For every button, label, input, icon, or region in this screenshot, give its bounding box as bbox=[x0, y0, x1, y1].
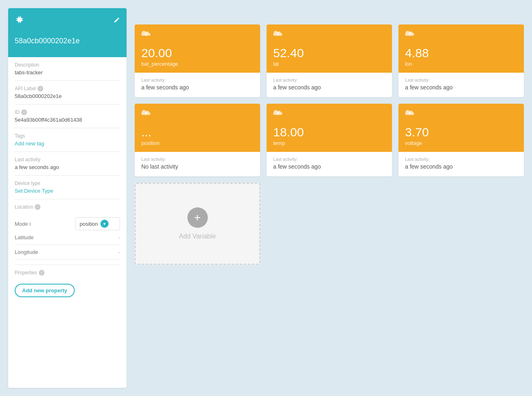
var-card-bottom-lat: Last activity: a few seconds ago bbox=[267, 73, 392, 97]
var-card-position[interactable]: ... position Last activity: No last acti… bbox=[135, 104, 260, 176]
last-activity-value: No last activity bbox=[141, 163, 254, 170]
var-name: voltage bbox=[405, 140, 517, 146]
var-value: 20.00 bbox=[141, 46, 254, 60]
tags-label: Tags bbox=[15, 133, 120, 139]
svg-rect-7 bbox=[22, 18, 23, 19]
latitude-value: - bbox=[118, 234, 120, 240]
add-property-button[interactable]: Add new property bbox=[15, 284, 75, 297]
device-id: 58a0cb0000202e1e bbox=[15, 37, 120, 45]
add-tag-link[interactable]: Add new tag bbox=[15, 140, 120, 147]
latitude-label: Latitude bbox=[15, 234, 33, 240]
var-name: lat bbox=[273, 61, 385, 67]
edit-icon[interactable] bbox=[114, 17, 120, 25]
longitude-row: Longitude - bbox=[15, 245, 120, 260]
var-value: 4.88 bbox=[405, 46, 517, 60]
last-activity-label: Last activity: bbox=[273, 78, 385, 82]
last-activity-value: a few seconds ago bbox=[273, 84, 385, 91]
svg-rect-6 bbox=[16, 20, 18, 21]
var-card-lat[interactable]: 52.40 lat Last activity: a few seconds a… bbox=[267, 24, 392, 97]
api-label-field: API Label i 58a0cb0000202e1e bbox=[15, 81, 120, 105]
svg-rect-0 bbox=[18, 18, 22, 22]
id-info-icon[interactable]: i bbox=[21, 109, 27, 115]
location-info-icon[interactable]: i bbox=[35, 204, 40, 210]
sidebar-header-top bbox=[15, 15, 120, 27]
device-chip-icon bbox=[15, 15, 24, 27]
cloud-upload-icon bbox=[273, 109, 385, 122]
description-label: Description bbox=[15, 62, 120, 68]
var-value: 3.70 bbox=[405, 125, 517, 139]
var-card-top-lon: 4.88 lon bbox=[398, 24, 524, 73]
api-label-label: API Label i bbox=[15, 86, 120, 91]
id-value: 5e4a93b00ff4c361a0d61438 bbox=[15, 117, 120, 123]
api-label-value: 58a0cb0000202e1e bbox=[15, 93, 120, 99]
latitude-row: Latitude - bbox=[15, 230, 120, 245]
var-name: bat_percentage bbox=[141, 61, 254, 67]
last-activity-label: Last activity: bbox=[405, 157, 517, 162]
set-device-type-link[interactable]: Set Device Type bbox=[15, 188, 120, 194]
var-value: 52.40 bbox=[273, 46, 385, 60]
device-type-field: Device type Set Device Type bbox=[15, 176, 120, 199]
svg-rect-1 bbox=[18, 16, 19, 18]
mode-select-value: position bbox=[80, 221, 98, 227]
sidebar: 58a0cb0000202e1e Description tabs-tracke… bbox=[8, 8, 127, 388]
var-card-top-position: ... position bbox=[135, 104, 260, 152]
cards-grid-row1: 20.00 bat_percentage Last activity: a fe… bbox=[135, 24, 524, 265]
id-label: ID i bbox=[15, 109, 120, 115]
id-field: ID i 5e4a93b00ff4c361a0d61438 bbox=[15, 105, 120, 128]
cloud-upload-icon bbox=[141, 109, 254, 122]
mode-select[interactable]: position ▾ bbox=[75, 217, 120, 230]
properties-section: Properties i Add new property bbox=[15, 265, 120, 297]
var-value: 18.00 bbox=[273, 125, 385, 139]
last-activity-value: a few seconds ago bbox=[405, 84, 517, 91]
mode-row: Mode i position ▾ bbox=[15, 213, 120, 230]
add-variable-label: Add Variable bbox=[179, 233, 216, 240]
svg-rect-4 bbox=[20, 22, 21, 23]
last-activity-label: Last activity: bbox=[273, 157, 385, 162]
longitude-label: Longitude bbox=[15, 249, 38, 255]
last-activity-label: Last activity: bbox=[141, 78, 254, 82]
location-label: Location i bbox=[15, 204, 120, 210]
cloud-upload-icon bbox=[141, 30, 254, 43]
location-section: Location i Mode i position ▾ Latitude - … bbox=[15, 199, 120, 265]
var-name: lon bbox=[405, 61, 517, 67]
tags-field: Tags Add new tag bbox=[15, 128, 120, 152]
sidebar-header: 58a0cb0000202e1e bbox=[8, 8, 127, 57]
var-card-lon[interactable]: 4.88 lon Last activity: a few seconds ag… bbox=[398, 24, 524, 97]
last-activity-value: a few seconds ago bbox=[273, 163, 385, 170]
var-card-voltage[interactable]: 3.70 voltage Last activity: a few second… bbox=[398, 104, 524, 176]
last-activity-value: a few seconds ago bbox=[15, 164, 120, 170]
var-card-bottom-voltage: Last activity: a few seconds ago bbox=[398, 152, 524, 176]
var-name: temp bbox=[273, 140, 385, 146]
add-variable-card[interactable]: + Add Variable bbox=[135, 183, 260, 265]
last-activity-value: a few seconds ago bbox=[141, 84, 254, 91]
main-content: + 20.00 bat_percentage Last activity: a … bbox=[127, 0, 532, 396]
last-activity-field: Last activity a few seconds ago bbox=[15, 152, 120, 176]
last-activity-label: Last activity: bbox=[141, 157, 254, 162]
var-name: position bbox=[141, 140, 254, 146]
var-card-top-temp: 18.00 temp bbox=[267, 104, 392, 152]
device-type-label: Device type bbox=[15, 180, 120, 186]
cloud-upload-icon bbox=[273, 30, 385, 43]
var-card-temp[interactable]: 18.00 temp Last activity: a few seconds … bbox=[267, 104, 392, 176]
longitude-value: - bbox=[118, 249, 120, 255]
svg-rect-3 bbox=[18, 22, 19, 23]
mode-label: Mode i bbox=[15, 221, 31, 227]
description-field: Description tabs-tracker bbox=[15, 57, 120, 81]
mode-chevron-icon: ▾ bbox=[100, 220, 109, 228]
cloud-upload-icon bbox=[405, 30, 517, 43]
var-value: ... bbox=[141, 125, 254, 139]
var-card-bottom-position: Last activity: No last activity bbox=[135, 152, 260, 176]
mode-info-icon[interactable]: i bbox=[30, 221, 31, 227]
properties-info-icon[interactable]: i bbox=[39, 270, 45, 276]
cards-area: 20.00 bat_percentage Last activity: a fe… bbox=[135, 24, 524, 271]
sidebar-body: Description tabs-tracker API Label i 58a… bbox=[8, 57, 127, 388]
var-card-top-lat: 52.40 lat bbox=[267, 24, 392, 73]
svg-rect-8 bbox=[22, 20, 23, 21]
last-activity-value: a few seconds ago bbox=[405, 163, 517, 170]
svg-rect-5 bbox=[16, 18, 18, 19]
var-card-bottom-temp: Last activity: a few seconds ago bbox=[267, 152, 392, 176]
var-card-bat_percentage[interactable]: 20.00 bat_percentage Last activity: a fe… bbox=[135, 24, 260, 97]
var-card-bottom-lon: Last activity: a few seconds ago bbox=[398, 73, 524, 97]
api-label-info-icon[interactable]: i bbox=[38, 86, 43, 91]
add-variable-plus-icon: + bbox=[187, 207, 208, 228]
